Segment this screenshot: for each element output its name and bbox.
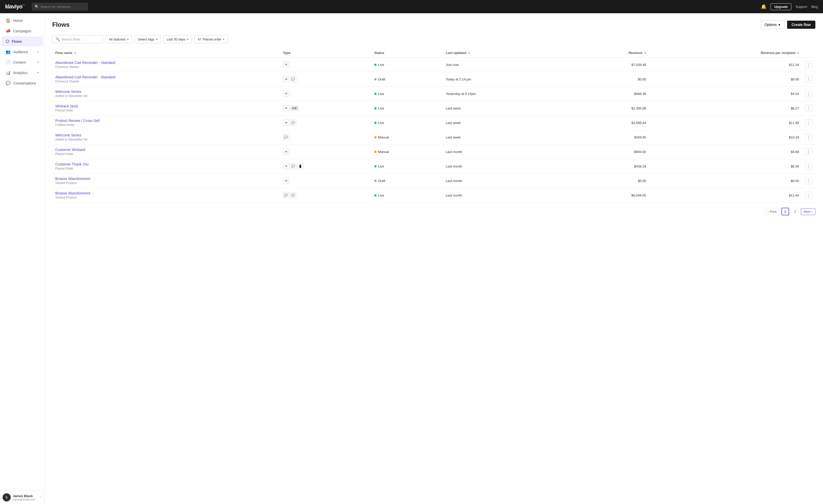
last-updated: Last month — [443, 159, 568, 174]
sidebar-item-conversations[interactable]: 💬 Conversations — [2, 78, 43, 88]
sidebar-item-home[interactable]: 🏠 Home — [2, 16, 43, 25]
pagination: ‹ Prev 1 2 Next › — [52, 208, 815, 215]
flow-name-link[interactable]: Product Review / Cross Sell — [55, 118, 277, 123]
table-row: Browse Abandonment Viewed Product ✉ Draf… — [52, 174, 815, 188]
flow-name-link[interactable]: Abandoned Cart Reminder - Standard — [55, 61, 277, 65]
flow-trigger: Checkout Started — [55, 65, 277, 69]
flow-trigger: Viewed Product — [55, 181, 277, 185]
flow-search-wrap[interactable]: 🔍 — [52, 35, 103, 43]
sms-icon: 💬 — [290, 76, 296, 82]
table-row: Product Review / Cross Sell Fulfilled Or… — [52, 115, 815, 130]
row-action-button[interactable]: ⋮ — [805, 104, 812, 112]
flow-name-link[interactable]: Customer Winback — [55, 148, 277, 152]
analytics-icon: 📊 — [6, 70, 11, 75]
sidebar-item-label: Conversations — [13, 81, 36, 85]
flow-name-link[interactable]: Welcome Series — [55, 133, 277, 137]
row-action-button[interactable]: ⋮ — [805, 148, 812, 155]
row-action-button[interactable]: ⋮ — [805, 134, 812, 141]
sidebar-item-label: Campaigns — [13, 29, 31, 33]
sidebar-item-flows[interactable]: ⬡ Flows — [2, 36, 43, 46]
row-action-button[interactable]: ⋮ — [805, 177, 812, 184]
sidebar-item-content[interactable]: 📄 Content ▾ — [2, 57, 43, 67]
rpr-value: $4.04 — [649, 86, 802, 101]
top-navigation: klaviyo™ 🔍 🔔 Upgrade Support Blog — [0, 0, 823, 13]
flows-table-body: Abandoned Cart Reminder - Standard Check… — [52, 57, 815, 203]
support-link[interactable]: Support — [796, 5, 807, 9]
topnav-right: 🔔 Upgrade Support Blog — [761, 3, 818, 10]
page-number-1[interactable]: 1 — [782, 208, 789, 215]
upgrade-button[interactable]: Upgrade — [771, 3, 792, 10]
revenue-value: $438.29 — [568, 159, 649, 174]
row-action-button[interactable]: ⋮ — [805, 192, 812, 199]
tags-filter-label: Select tags — [138, 37, 154, 41]
revenue-value: $6,048.65 — [568, 188, 649, 203]
status-dot — [374, 136, 376, 139]
sidebar-item-label: Flows — [12, 39, 22, 43]
flow-name-link[interactable]: Abandoned Cart Reminder - Standard — [55, 75, 277, 79]
trigger-filter[interactable]: 🏷 Placed order ▾ — [194, 35, 228, 43]
revenue-value: $0.00 — [568, 174, 649, 188]
col-flow-name[interactable]: Flow name ⇅ — [52, 48, 280, 57]
col-rpr[interactable]: Revenue per recipient ⇅ — [649, 48, 802, 57]
campaigns-icon: 📣 — [6, 28, 11, 33]
next-page-button[interactable]: Next › — [801, 208, 815, 215]
content-icon: 📄 — [6, 60, 11, 65]
revenue-value: $3,596.84 — [568, 115, 649, 130]
prev-label: Prev — [770, 210, 777, 214]
status-filter[interactable]: All statuses ▾ — [106, 35, 132, 43]
status-label: Manual — [378, 136, 389, 139]
user-profile-button[interactable]: 🦌 James Black name@email.com ⌃ — [0, 491, 44, 504]
revenue-value: $359.95 — [568, 130, 649, 145]
flow-name-link[interactable]: Browse Abandonment — [55, 191, 277, 195]
flow-name-link[interactable]: Welcome Series — [55, 89, 277, 94]
row-action-button[interactable]: ⋮ — [805, 61, 812, 68]
flow-name-link[interactable]: Browse Abandonment — [55, 177, 277, 181]
sidebar-item-audience[interactable]: 👥 Audience ▾ — [2, 47, 43, 57]
trigger-filter-label: Placed order — [203, 37, 222, 41]
global-search-bar[interactable]: 🔍 — [32, 3, 88, 10]
date-filter[interactable]: Last 30 days ▾ — [163, 35, 192, 43]
table-row: Abandoned Cart Reminder - Standard Check… — [52, 57, 815, 72]
status-label: Live — [378, 63, 384, 67]
row-action-button[interactable]: ⋮ — [805, 75, 812, 83]
chevron-down-icon: ▾ — [37, 61, 39, 64]
row-action-button[interactable]: ⋮ — [805, 119, 812, 126]
sort-icon: ⇅ — [74, 52, 76, 54]
sidebar: 🏠 Home 📣 Campaigns ⬡ Flows 👥 Audience ▾ … — [0, 13, 44, 504]
chevron-down-icon: ▾ — [223, 38, 224, 41]
rpr-value: $11.44 — [649, 188, 802, 203]
status-cell: Live — [374, 165, 440, 168]
global-search-input[interactable] — [40, 5, 84, 9]
flow-search-input[interactable] — [61, 37, 100, 41]
tags-filter[interactable]: Select tags ▾ — [135, 35, 161, 43]
flows-table-wrap: Flow name ⇅ Type Status Last updated ⇅ R… — [52, 48, 815, 203]
date-filter-label: Last 30 days — [167, 37, 185, 41]
flow-name-link[interactable]: Customer Thank You — [55, 162, 277, 166]
sort-icon: ⇅ — [468, 52, 470, 54]
status-dot — [374, 107, 376, 109]
status-dot — [374, 78, 376, 80]
sidebar-item-analytics[interactable]: 📊 Analytics ▾ — [2, 68, 43, 78]
sidebar-item-campaigns[interactable]: 📣 Campaigns — [2, 26, 43, 36]
sms-icon: 💬 — [283, 192, 289, 198]
sort-icon: ⇅ — [797, 52, 799, 54]
row-action-button[interactable]: ⋮ — [805, 90, 812, 97]
row-action-button[interactable]: ⋮ — [805, 163, 812, 170]
last-updated: Last week — [443, 101, 568, 115]
prev-page-button[interactable]: ‹ Prev — [765, 208, 780, 215]
create-flow-button[interactable]: Create flow — [787, 21, 815, 29]
page-number-2[interactable]: 2 — [791, 208, 799, 215]
options-button[interactable]: Options ▾ — [760, 20, 784, 29]
col-revenue[interactable]: Revenue ⇅ — [568, 48, 649, 57]
last-updated: Last month — [443, 145, 568, 159]
flow-trigger: Checkout Started — [55, 80, 277, 83]
sms-icon: 💬 — [283, 134, 289, 140]
table-row: Customer Winback Placed Order ✉ Manual L… — [52, 145, 815, 159]
flow-name-link[interactable]: Winback (test) — [55, 104, 277, 108]
blog-link[interactable]: Blog — [811, 5, 818, 9]
notifications-icon[interactable]: 🔔 — [761, 4, 767, 9]
chevron-down-icon: ▾ — [37, 71, 39, 74]
col-last-updated[interactable]: Last updated ⇅ — [443, 48, 568, 57]
search-icon: 🔍 — [55, 37, 60, 41]
table-header: Flow name ⇅ Type Status Last updated ⇅ R… — [52, 48, 815, 57]
